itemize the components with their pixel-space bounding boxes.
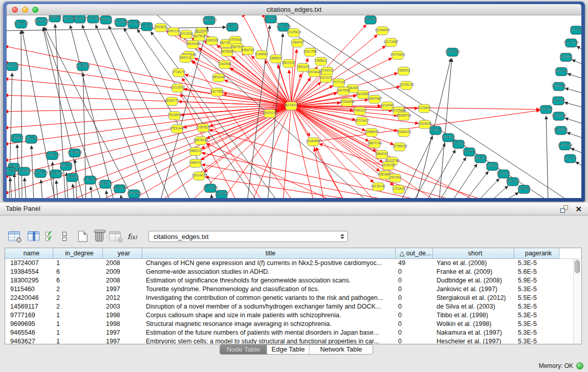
graph-edge[interactable] — [56, 180, 58, 198]
graph-node-label: 19671355 — [126, 21, 141, 25]
column-header-6[interactable]: pagerank — [514, 248, 559, 259]
graph-edge[interactable] — [14, 173, 16, 198]
network-graph[interactable]: 1405571220891406186165320641721065328715… — [7, 15, 581, 198]
column-header-5[interactable]: short — [433, 248, 514, 259]
graph-edge[interactable] — [567, 74, 581, 79]
table-cell: 5.3E-5 — [514, 259, 559, 268]
graph-node-label: 1167534 — [564, 156, 577, 160]
column-header-2[interactable]: year — [103, 248, 142, 259]
graph-edge[interactable] — [121, 195, 122, 198]
column-header-1[interactable]: in_degree — [53, 248, 103, 259]
graph-edge[interactable] — [7, 27, 226, 31]
graph-edge[interactable] — [576, 46, 581, 50]
table-row[interactable]: 969969511998Structural magnetic resonanc… — [5, 320, 581, 329]
graph-edge[interactable] — [25, 178, 26, 198]
table-header-row: namein_degreeyeartitle△ out_de...shortpa… — [5, 248, 581, 259]
graph-node-label: 16648784 — [445, 50, 460, 53]
graph-edge[interactable] — [291, 103, 341, 106]
graph-edge[interactable] — [439, 157, 466, 198]
function-builder-button[interactable]: f(x) — [127, 229, 137, 243]
graph-edge[interactable] — [426, 149, 455, 198]
graph-edge[interactable] — [571, 148, 581, 154]
graph-edge[interactable] — [211, 194, 212, 198]
table-row[interactable]: 2242004622012Investigating the contribut… — [5, 294, 581, 302]
graph-edge[interactable] — [106, 190, 107, 198]
table-row[interactable]: 977716911998Corpus callosum shape and si… — [5, 311, 581, 320]
graph-edge[interactable] — [191, 61, 291, 106]
table-cell: 2008 — [103, 276, 142, 285]
tab-edge-table[interactable]: Edge Table — [267, 345, 310, 354]
table-row[interactable]: 946554611997Estimation of the future num… — [5, 329, 581, 337]
graph-edge[interactable] — [565, 88, 581, 93]
delete-table-button[interactable] — [95, 229, 103, 243]
graph-edge[interactable] — [7, 79, 291, 106]
graph-edge[interactable] — [575, 162, 581, 166]
graph-edge[interactable] — [91, 186, 92, 198]
table-row[interactable]: 1456911722003Disruption of a novel membe… — [5, 302, 581, 311]
select-rows-button[interactable]: ✓✓ — [46, 229, 56, 243]
column-header-3[interactable]: title — [142, 248, 396, 259]
graph-edge[interactable] — [316, 147, 344, 198]
graph-edge[interactable] — [10, 178, 12, 198]
graph-edge[interactable] — [564, 118, 581, 124]
graph-node-label: 9884067 — [375, 152, 388, 156]
graph-node-label: 17957255 — [83, 178, 98, 181]
table-body: 1872400712008Changes of HCN gene express… — [5, 259, 581, 344]
graph-node-label: 10807487 — [367, 97, 382, 100]
table-settings-button[interactable] — [8, 229, 20, 243]
column-visibility-button[interactable] — [28, 229, 39, 243]
table-cell: 0 — [396, 302, 433, 311]
graph-node-label: 16154808 — [375, 28, 390, 32]
graph-edge[interactable] — [7, 62, 291, 106]
table-panel-title: Table Panel — [6, 205, 40, 212]
tab-node-table[interactable]: Node Table — [220, 345, 267, 354]
table-selector-dropdown[interactable]: citations_edges.txt — [148, 231, 348, 242]
graph-edge[interactable] — [572, 60, 581, 64]
window-title: citations_edges.txt — [7, 4, 581, 15]
graph-node-label: 19654923 — [397, 130, 411, 134]
float-panel-icon[interactable] — [560, 205, 568, 213]
graph-edge[interactable] — [314, 148, 324, 198]
network-canvas[interactable]: 1405571220891406186165320641721065328715… — [7, 15, 581, 198]
table-row[interactable]: 946362711997Embryonic stem cells: a mode… — [5, 337, 581, 344]
graph-node-label: 10973493 — [390, 53, 405, 56]
graph-edge[interactable] — [564, 102, 581, 107]
graph-edge[interactable] — [185, 74, 291, 106]
graph-node-label: 10688609 — [364, 130, 379, 134]
table-row[interactable]: 1830029562008Estimation of significance … — [5, 276, 581, 285]
table-cell: Hescheler et al. (1997) — [433, 337, 514, 344]
graph-node-label: 10025488 — [391, 108, 406, 112]
vertical-scrollbar[interactable] — [573, 259, 581, 344]
graph-edge[interactable] — [567, 133, 581, 138]
graph-edge[interactable] — [283, 106, 291, 198]
tab-network-table[interactable]: Network Table — [310, 345, 373, 354]
table-cell: 1998 — [103, 311, 142, 320]
graph-edge[interactable] — [7, 106, 291, 112]
graph-edge[interactable] — [7, 106, 291, 128]
column-header-4[interactable]: △ out_de... — [396, 248, 433, 259]
graph-edge[interactable] — [490, 186, 508, 198]
row-height-icon — [62, 232, 67, 241]
close-panel-icon[interactable]: ✕ — [575, 205, 582, 213]
table-row[interactable]: 1938455462009Genome-wide association stu… — [5, 268, 581, 276]
table-row[interactable]: 1872400712008Changes of HCN gene express… — [5, 259, 581, 268]
fx-icon: f(x) — [127, 232, 137, 240]
graph-edge[interactable] — [73, 184, 74, 198]
table-cell: 22420046 — [5, 294, 53, 302]
graph-node-label: 8522037 — [282, 61, 295, 64]
column-header-0[interactable]: name — [5, 248, 53, 259]
graph-node-label: 7986322 — [353, 108, 366, 112]
graph-edge[interactable] — [546, 116, 548, 198]
window-titlebar[interactable]: citations_edges.txt — [7, 4, 581, 15]
new-table-button[interactable] — [78, 229, 88, 243]
row-height-button[interactable] — [62, 229, 67, 243]
graph-edge[interactable] — [452, 164, 477, 198]
graph-edge[interactable] — [202, 164, 396, 198]
graph-edge[interactable] — [503, 192, 519, 198]
table-row[interactable]: 911546021997Tourette syndrome. Phenomeno… — [5, 285, 581, 294]
scrollbar-thumb[interactable] — [575, 260, 580, 273]
graph-edge[interactable] — [581, 34, 581, 36]
graph-node-label: 16958107 — [98, 182, 113, 185]
graph-node-label: 948476 — [190, 161, 201, 164]
graph-node-label: 9146682 — [255, 52, 268, 56]
